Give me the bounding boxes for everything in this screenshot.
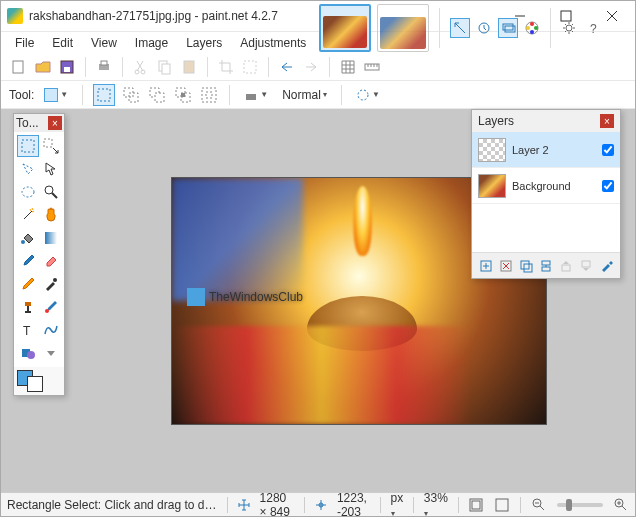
- svg-rect-56: [542, 267, 550, 271]
- svg-point-12: [566, 25, 572, 31]
- ellipse-select-tool[interactable]: [17, 181, 39, 203]
- add-layer-icon[interactable]: [478, 258, 494, 274]
- layers-close-icon[interactable]: ×: [600, 114, 614, 128]
- grid-icon[interactable]: [338, 57, 358, 77]
- svg-point-9: [534, 26, 538, 30]
- history-window-toggle[interactable]: [474, 18, 494, 38]
- document-thumb-1[interactable]: [319, 4, 371, 52]
- toolbox-close-icon[interactable]: ×: [48, 116, 62, 130]
- crop-icon[interactable]: [216, 57, 236, 77]
- document-thumb-2[interactable]: [377, 4, 429, 52]
- eraser-tool[interactable]: [40, 250, 62, 272]
- size-icon: [238, 499, 250, 511]
- shapes-dropdown[interactable]: [40, 342, 62, 364]
- selection-quality[interactable]: ▼: [352, 84, 384, 106]
- lasso-tool[interactable]: [17, 158, 39, 180]
- new-icon[interactable]: [9, 57, 29, 77]
- svg-line-69: [622, 506, 626, 510]
- svg-rect-58: [582, 261, 590, 267]
- flood-mode[interactable]: ▼: [240, 84, 272, 106]
- move-up-icon[interactable]: [558, 258, 574, 274]
- colors-window-toggle[interactable]: [522, 18, 542, 38]
- toolbox-title: To...: [16, 116, 39, 130]
- svg-point-40: [22, 187, 34, 197]
- settings-icon[interactable]: [559, 18, 579, 38]
- zoom-out-icon[interactable]: [531, 495, 547, 515]
- zoom-slider[interactable]: [557, 503, 603, 507]
- gradient-tool[interactable]: [40, 227, 62, 249]
- selmode-invert[interactable]: [199, 85, 219, 105]
- toolbox-window[interactable]: To...× T: [13, 113, 65, 396]
- svg-rect-22: [162, 64, 170, 74]
- copy-icon[interactable]: [155, 57, 175, 77]
- selmode-add[interactable]: [121, 85, 141, 105]
- svg-rect-55: [542, 261, 550, 265]
- paint-bucket-tool[interactable]: [17, 227, 39, 249]
- tool-picker[interactable]: ▼: [40, 84, 72, 106]
- undo-icon[interactable]: [277, 57, 297, 77]
- text-tool[interactable]: T: [17, 319, 39, 341]
- paste-icon[interactable]: [179, 57, 199, 77]
- svg-rect-18: [101, 61, 107, 65]
- statusbar: Rectangle Select: Click and drag to draw…: [1, 492, 635, 516]
- pan-tool[interactable]: [40, 204, 62, 226]
- layer-properties-icon[interactable]: [598, 258, 614, 274]
- duplicate-layer-icon[interactable]: [518, 258, 534, 274]
- magic-wand-tool[interactable]: [17, 204, 39, 226]
- pencil-tool[interactable]: [17, 273, 39, 295]
- layers-window[interactable]: Layers× Layer 2 Background: [471, 109, 621, 279]
- save-icon[interactable]: [57, 57, 77, 77]
- recolor-tool[interactable]: [40, 296, 62, 318]
- svg-rect-44: [45, 232, 57, 244]
- color-picker-tool[interactable]: [40, 273, 62, 295]
- layer-visible-checkbox[interactable]: [602, 180, 614, 192]
- redo-icon[interactable]: [301, 57, 321, 77]
- status-size: 1280 × 849: [260, 491, 295, 518]
- open-icon[interactable]: [33, 57, 53, 77]
- layer-visible-checkbox[interactable]: [602, 144, 614, 156]
- selmode-subtract[interactable]: [147, 85, 167, 105]
- zoom-level[interactable]: 33% ▾: [424, 491, 448, 518]
- selmode-replace[interactable]: [93, 84, 115, 106]
- menu-file[interactable]: File: [7, 34, 42, 52]
- zoom-tool[interactable]: [40, 181, 62, 203]
- deselect-icon[interactable]: [240, 57, 260, 77]
- layer-row[interactable]: Background: [472, 168, 620, 204]
- cut-icon[interactable]: [131, 57, 151, 77]
- selmode-intersect[interactable]: [173, 85, 193, 105]
- move-tool[interactable]: [40, 158, 62, 180]
- shapes-tool[interactable]: [17, 342, 39, 364]
- blend-mode[interactable]: Normal▾: [278, 84, 331, 106]
- layers-window-toggle[interactable]: [498, 18, 518, 38]
- menu-adjustments[interactable]: Adjustments: [232, 34, 314, 52]
- zoom-in-icon[interactable]: [613, 495, 629, 515]
- clone-stamp-tool[interactable]: [17, 296, 39, 318]
- unit-selector[interactable]: px ▾: [391, 491, 404, 518]
- menu-image[interactable]: Image: [127, 34, 176, 52]
- svg-rect-23: [184, 61, 194, 73]
- svg-point-43: [21, 240, 25, 244]
- merge-down-icon[interactable]: [538, 258, 554, 274]
- layer-row[interactable]: Layer 2: [472, 132, 620, 168]
- menu-view[interactable]: View: [83, 34, 125, 52]
- svg-rect-33: [181, 93, 185, 97]
- fit-window-icon[interactable]: [468, 495, 484, 515]
- menu-edit[interactable]: Edit: [44, 34, 81, 52]
- color-swatch[interactable]: [14, 367, 64, 395]
- svg-rect-38: [22, 140, 34, 152]
- tools-window-toggle[interactable]: [450, 18, 470, 38]
- move-down-icon[interactable]: [578, 258, 594, 274]
- delete-layer-icon[interactable]: [498, 258, 514, 274]
- paintbrush-tool[interactable]: [17, 250, 39, 272]
- menu-layers[interactable]: Layers: [178, 34, 230, 52]
- svg-point-11: [526, 26, 530, 30]
- svg-point-41: [45, 186, 53, 194]
- help-icon[interactable]: ?: [583, 18, 603, 38]
- ruler-icon[interactable]: [362, 57, 382, 77]
- move-selection-tool[interactable]: [40, 135, 62, 157]
- line-tool[interactable]: [40, 319, 62, 341]
- rectangle-select-tool[interactable]: [17, 135, 39, 157]
- actual-size-icon[interactable]: [494, 495, 510, 515]
- print-icon[interactable]: [94, 57, 114, 77]
- svg-rect-61: [472, 501, 480, 509]
